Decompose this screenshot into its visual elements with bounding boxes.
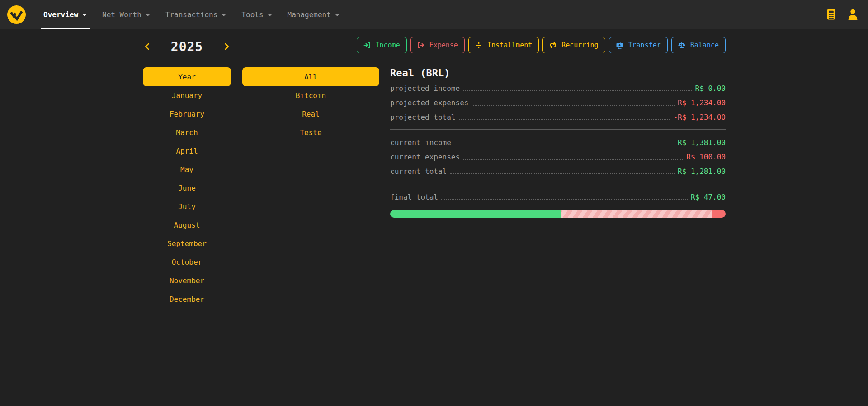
- account-summary-panel: Income Expense Installment Recurring: [390, 37, 726, 218]
- chevron-down-icon: [268, 14, 272, 16]
- app-logo-icon[interactable]: [7, 5, 26, 24]
- dotted-leader: [441, 199, 688, 200]
- balance-button[interactable]: Balance: [671, 37, 726, 53]
- chevron-down-icon: [222, 14, 226, 16]
- progress-segment-income: [390, 210, 561, 218]
- progress-segment-expense: [712, 210, 726, 218]
- row-label: current income: [390, 138, 451, 147]
- row-value: R$ 1,234.00: [678, 98, 726, 107]
- summary-row-current-income: current income R$ 1,381.00: [390, 135, 726, 150]
- summary-row-projected-expenses: projected expenses R$ 1,234.00: [390, 96, 726, 110]
- right-from-bracket-icon: [417, 42, 425, 49]
- progress-segment-projected: [561, 210, 712, 218]
- month-february[interactable]: February: [170, 110, 204, 118]
- section-divider: [390, 129, 726, 130]
- month-january[interactable]: January: [172, 91, 202, 100]
- money-transfer-icon: [616, 42, 623, 49]
- all-accounts-button[interactable]: All: [242, 67, 379, 86]
- month-october[interactable]: October: [172, 258, 202, 266]
- accounts-column: All Bitcoin Real Teste: [242, 67, 379, 308]
- dotted-leader: [463, 90, 692, 91]
- year-navigator: 2025: [143, 38, 231, 55]
- dotted-leader: [472, 105, 675, 106]
- divide-icon: [475, 42, 482, 49]
- dotted-leader: [450, 173, 675, 174]
- summary-row-projected-income: projected income R$ 0.00: [390, 81, 726, 96]
- summary-row-current-expenses: current expenses R$ 100.00: [390, 150, 726, 164]
- row-label: projected expenses: [390, 98, 468, 107]
- nav-tools-label: Tools: [241, 10, 263, 19]
- nav-management[interactable]: Management: [280, 0, 347, 29]
- months-list: January February March April May June Ju…: [143, 86, 231, 308]
- account-teste[interactable]: Teste: [300, 128, 321, 137]
- row-label: final total: [390, 193, 438, 201]
- month-july[interactable]: July: [178, 202, 196, 211]
- transfer-button[interactable]: Transfer: [609, 37, 668, 53]
- chevron-left-icon[interactable]: [143, 42, 151, 51]
- summary-row-current-total: current total R$ 1,281.00: [390, 164, 726, 178]
- nav-transactions[interactable]: Transactions: [158, 0, 234, 29]
- nav-overview-label: Overview: [43, 10, 78, 19]
- chevron-down-icon: [82, 14, 87, 16]
- row-label: projected income: [390, 84, 460, 93]
- nav-overview[interactable]: Overview: [36, 0, 94, 29]
- main-menu: Overview Net Worth Transactions Tools Ma…: [36, 0, 347, 29]
- expense-button[interactable]: Expense: [410, 37, 465, 53]
- summary-title: Real (BRL): [390, 67, 726, 79]
- calculator-icon[interactable]: [826, 8, 836, 21]
- row-label: current expenses: [390, 153, 460, 161]
- summary-row-projected-total: projected total -R$ 1,234.00: [390, 110, 726, 124]
- month-may[interactable]: May: [180, 165, 193, 174]
- repeat-icon: [549, 42, 557, 49]
- current-rows: current income R$ 1,381.00 current expen…: [390, 135, 726, 178]
- active-tab-underline: [41, 28, 90, 29]
- chevron-down-icon: [146, 14, 150, 16]
- nav-tools[interactable]: Tools: [234, 0, 279, 29]
- top-navbar: Overview Net Worth Transactions Tools Ma…: [0, 0, 868, 29]
- right-to-bracket-icon: [363, 42, 371, 49]
- month-august[interactable]: August: [174, 221, 200, 229]
- user-icon[interactable]: [848, 9, 858, 20]
- row-value: R$ 0.00: [695, 84, 726, 93]
- transfer-button-label: Transfer: [628, 41, 661, 49]
- month-september[interactable]: September: [167, 239, 207, 248]
- row-value: R$ 100.00: [686, 153, 726, 161]
- recurring-button-label: Recurring: [561, 41, 598, 49]
- nav-net-worth-label: Net Worth: [102, 10, 142, 19]
- year-button[interactable]: Year: [143, 67, 231, 86]
- nav-net-worth[interactable]: Net Worth: [94, 0, 158, 29]
- balance-button-label: Balance: [690, 41, 719, 49]
- chevron-right-icon[interactable]: [222, 42, 231, 51]
- transaction-action-buttons: Income Expense Installment Recurring: [390, 37, 726, 53]
- nav-transactions-label: Transactions: [165, 10, 218, 19]
- month-december[interactable]: December: [170, 295, 204, 303]
- installment-button-label: Installment: [487, 41, 532, 49]
- month-june[interactable]: June: [178, 184, 196, 192]
- months-column: Year January February March April May Ju…: [143, 67, 231, 308]
- installment-button[interactable]: Installment: [468, 37, 539, 53]
- dotted-leader: [454, 145, 675, 145]
- income-expense-progress-bar: [390, 210, 726, 218]
- account-bitcoin[interactable]: Bitcoin: [296, 91, 326, 100]
- summary-row-final-total: final total R$ 47.00: [390, 190, 726, 205]
- month-april[interactable]: April: [176, 147, 198, 155]
- final-rows: final total R$ 47.00: [390, 190, 726, 205]
- income-button[interactable]: Income: [357, 37, 407, 53]
- row-value: R$ 1,381.00: [678, 138, 726, 147]
- row-value: R$ 47.00: [691, 193, 726, 201]
- recurring-button[interactable]: Recurring: [542, 37, 605, 53]
- expense-button-label: Expense: [429, 41, 458, 49]
- row-label: projected total: [390, 113, 456, 121]
- scale-icon: [678, 42, 685, 49]
- period-selector-panel: 2025 Year January February March April M…: [143, 38, 379, 308]
- month-november[interactable]: November: [170, 276, 204, 285]
- income-button-label: Income: [376, 41, 400, 49]
- accounts-list: Bitcoin Real Teste: [242, 86, 379, 142]
- row-value: -R$ 1,234.00: [673, 113, 726, 121]
- row-value: R$ 1,281.00: [678, 167, 726, 176]
- dotted-leader: [459, 119, 670, 120]
- nav-management-label: Management: [288, 10, 331, 19]
- section-divider: [390, 184, 726, 184]
- month-march[interactable]: March: [176, 128, 198, 137]
- account-real[interactable]: Real: [302, 110, 320, 118]
